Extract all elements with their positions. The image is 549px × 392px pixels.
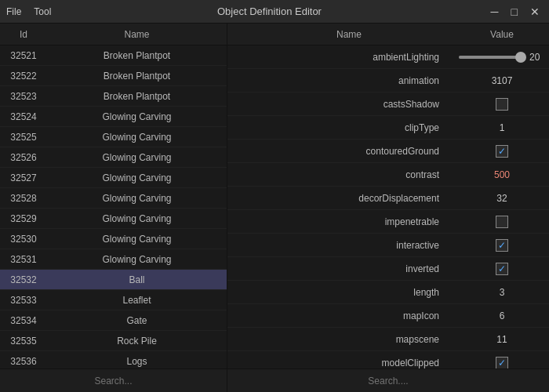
prop-row: modelClipped xyxy=(227,351,549,368)
cell-id: 32526 xyxy=(0,152,47,163)
left-panel: Id Name 32521 Broken Plantpot 32522 Brok… xyxy=(0,24,227,392)
number-value: 3 xyxy=(500,287,505,298)
list-row[interactable]: 32527 Glowing Carving xyxy=(0,168,227,188)
number-value: 3107 xyxy=(492,75,513,86)
prop-name: animation xyxy=(227,75,455,86)
prop-value: 1 xyxy=(455,122,549,133)
cell-name: Broken Plantpot xyxy=(47,91,227,102)
prop-row: mapIcon 6 xyxy=(227,304,549,328)
slider-track[interactable] xyxy=(459,56,526,59)
prop-name: decorDisplacement xyxy=(227,193,455,204)
cell-id: 32522 xyxy=(0,71,47,82)
cell-id: 32530 xyxy=(0,234,47,245)
checkbox[interactable] xyxy=(496,357,508,369)
prop-row: inverted xyxy=(227,257,549,281)
window-controls: ─ □ ✕ xyxy=(488,5,543,18)
prop-name: ambientLighting xyxy=(227,52,455,63)
prop-row: contouredGround xyxy=(227,140,549,163)
cell-name: Logs xyxy=(47,356,227,367)
cell-id: 32533 xyxy=(0,295,47,306)
cell-id: 32529 xyxy=(0,213,47,224)
prop-value: 500 xyxy=(455,169,549,180)
cell-name: Leaflet xyxy=(47,295,227,306)
prop-name: interactive xyxy=(227,240,455,251)
cell-name: Glowing Carving xyxy=(47,213,227,224)
list-row[interactable]: 32526 Glowing Carving xyxy=(0,147,227,168)
cell-name: Glowing Carving xyxy=(47,193,227,204)
cell-name: Rock Pile xyxy=(47,336,227,347)
list-row[interactable]: 32529 Glowing Carving xyxy=(0,209,227,229)
list-row[interactable]: 32522 Broken Plantpot xyxy=(0,66,227,86)
cell-name: Gate xyxy=(47,315,227,326)
prop-name: modelClipped xyxy=(227,358,455,368)
cell-id: 32523 xyxy=(0,91,47,102)
main-container: Id Name 32521 Broken Plantpot 32522 Brok… xyxy=(0,24,549,392)
cell-name: Glowing Carving xyxy=(47,152,227,163)
prop-row: animation 3107 xyxy=(227,69,549,93)
prop-value: 32 xyxy=(455,193,549,204)
prop-header: Name Value xyxy=(227,24,549,45)
right-panel: Name Value ambientLighting 20 animation … xyxy=(227,24,549,392)
prop-name: mapIcon xyxy=(227,310,455,321)
list-row[interactable]: 32536 Logs xyxy=(0,351,227,368)
prop-name: castsShadow xyxy=(227,99,455,110)
list-row[interactable]: 32528 Glowing Carving xyxy=(0,188,227,209)
object-list[interactable]: 32521 Broken Plantpot 32522 Broken Plant… xyxy=(0,45,227,368)
list-row[interactable]: 32530 Glowing Carving xyxy=(0,229,227,249)
checkbox[interactable] xyxy=(496,98,508,111)
list-row[interactable]: 32525 Glowing Carving xyxy=(0,127,227,147)
prop-row: clipType 1 xyxy=(227,116,549,140)
slider-container[interactable]: 20 xyxy=(459,52,545,63)
prop-row: impenetrable xyxy=(227,210,549,234)
menu-tool[interactable]: Tool xyxy=(34,6,51,17)
cell-id: 32521 xyxy=(0,50,47,61)
maximize-button[interactable]: □ xyxy=(508,5,521,18)
checkbox[interactable] xyxy=(496,216,508,228)
cell-name: Glowing Carving xyxy=(47,254,227,265)
header-id: Id xyxy=(0,29,47,40)
prop-name: inverted xyxy=(227,263,455,274)
list-row[interactable]: 32535 Rock Pile xyxy=(0,331,227,351)
list-row[interactable]: 32521 Broken Plantpot xyxy=(0,45,227,66)
minimize-button[interactable]: ─ xyxy=(488,5,502,18)
prop-header-value: Value xyxy=(455,29,549,40)
search-bar-right[interactable] xyxy=(227,368,549,392)
cell-id: 32528 xyxy=(0,193,47,204)
list-row[interactable]: 32533 Leaflet xyxy=(0,290,227,310)
list-row[interactable]: 32531 Glowing Carving xyxy=(0,249,227,270)
prop-value: 6 xyxy=(455,310,549,321)
prop-value xyxy=(455,216,549,228)
number-value: 1 xyxy=(500,122,505,133)
cell-name: Glowing Carving xyxy=(47,111,227,122)
slider-thumb[interactable] xyxy=(515,52,526,63)
cell-name: Glowing Carving xyxy=(47,172,227,183)
cell-name: Glowing Carving xyxy=(47,132,227,143)
prop-value: 20 xyxy=(455,52,549,63)
cell-id: 32531 xyxy=(0,254,47,265)
prop-name: length xyxy=(227,287,455,298)
menu-file[interactable]: File xyxy=(6,6,21,17)
prop-list: ambientLighting 20 animation 3107 castsS… xyxy=(227,45,549,368)
title-bar: File Tool Object Definition Editor ─ □ ✕ xyxy=(0,0,549,24)
list-row[interactable]: 32532 Ball xyxy=(0,270,227,290)
checkbox[interactable] xyxy=(496,239,508,252)
list-row[interactable]: 32534 Gate xyxy=(0,310,227,331)
prop-row: length 3 xyxy=(227,281,549,304)
search-input-left[interactable] xyxy=(0,376,227,387)
prop-value xyxy=(455,98,549,111)
list-row[interactable]: 32523 Broken Plantpot xyxy=(0,86,227,107)
search-input-right[interactable] xyxy=(227,376,549,387)
header-name: Name xyxy=(47,29,227,40)
number-value: 11 xyxy=(496,334,507,345)
cell-name: Broken Plantpot xyxy=(47,50,227,61)
number-value: 6 xyxy=(500,310,505,321)
search-bar-left[interactable] xyxy=(0,368,227,392)
checkbox[interactable] xyxy=(496,145,508,158)
cell-id: 32525 xyxy=(0,132,47,143)
close-button[interactable]: ✕ xyxy=(527,5,543,18)
prop-row: contrast 500 xyxy=(227,163,549,187)
list-row[interactable]: 32524 Glowing Carving xyxy=(0,107,227,127)
prop-value xyxy=(455,239,549,252)
checkbox[interactable] xyxy=(496,263,508,275)
prop-value: 3107 xyxy=(455,75,549,86)
